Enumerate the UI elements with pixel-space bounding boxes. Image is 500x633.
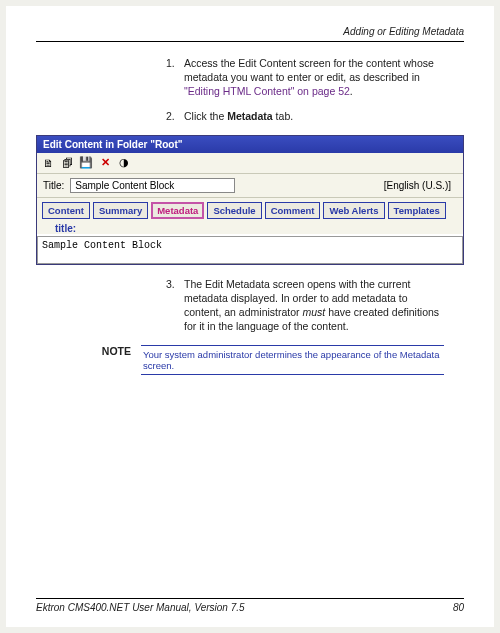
footer-rule xyxy=(36,598,464,599)
tab-schedule[interactable]: Schedule xyxy=(207,202,261,219)
editing-html-link[interactable]: "Editing HTML Content" on page 52 xyxy=(184,85,350,97)
window-titlebar: Edit Content in Folder "Root" xyxy=(37,136,463,153)
tab-metadata[interactable]: Metadata xyxy=(151,202,204,219)
title-label: Title: xyxy=(43,180,64,191)
step-1-text: Access the Edit Content screen for the c… xyxy=(184,56,444,99)
window-toolbar: 🗎 🗐 💾 ✕ ◑ xyxy=(37,153,463,174)
preview-icon[interactable]: ◑ xyxy=(117,156,131,170)
step-1: 1. Access the Edit Content screen for th… xyxy=(166,56,444,99)
tab-templates[interactable]: Templates xyxy=(388,202,446,219)
note-label: NOTE xyxy=(91,345,131,357)
step-2-number: 2. xyxy=(166,109,184,123)
step-3-text: The Edit Metadata screen opens with the … xyxy=(184,277,444,334)
step-1-number: 1. xyxy=(166,56,184,99)
step-3: 3. The Edit Metadata screen opens with t… xyxy=(166,277,444,334)
note-body: Your system administrator determines the… xyxy=(141,345,444,375)
metadata-title-field[interactable]: Sample Content Block xyxy=(37,236,463,264)
must-italic: must xyxy=(302,306,325,318)
document-icon[interactable]: 🗎 xyxy=(41,156,55,170)
footer-left: Ektron CMS400.NET User Manual, Version 7… xyxy=(36,602,245,613)
tabs-row: Content Summary Metadata Schedule Commen… xyxy=(37,198,463,221)
checkin-icon[interactable]: 🗐 xyxy=(60,156,74,170)
metadata-field-label: title: xyxy=(55,223,457,234)
page-footer: Ektron CMS400.NET User Manual, Version 7… xyxy=(36,598,464,613)
language-indicator: [English (U.S.)] xyxy=(384,180,451,191)
edit-content-window: Edit Content in Folder "Root" 🗎 🗐 💾 ✕ ◑ … xyxy=(36,135,464,265)
save-icon[interactable]: 💾 xyxy=(79,156,93,170)
tab-comment[interactable]: Comment xyxy=(265,202,321,219)
step-2: 2. Click the Metadata tab. xyxy=(166,109,444,123)
title-input[interactable] xyxy=(70,178,235,193)
step-3-number: 3. xyxy=(166,277,184,334)
footer-page-number: 80 xyxy=(453,602,464,613)
tab-web-alerts[interactable]: Web Alerts xyxy=(323,202,384,219)
metadata-bold: Metadata xyxy=(227,110,273,122)
note-row: NOTE Your system administrator determine… xyxy=(91,345,444,375)
page-header: Adding or Editing Metadata xyxy=(36,26,464,37)
header-rule xyxy=(36,41,464,42)
step-2-text: Click the Metadata tab. xyxy=(184,109,444,123)
tab-summary[interactable]: Summary xyxy=(93,202,148,219)
cancel-icon[interactable]: ✕ xyxy=(98,156,112,170)
title-row: Title: [English (U.S.)] xyxy=(37,174,463,198)
tab-content[interactable]: Content xyxy=(42,202,90,219)
